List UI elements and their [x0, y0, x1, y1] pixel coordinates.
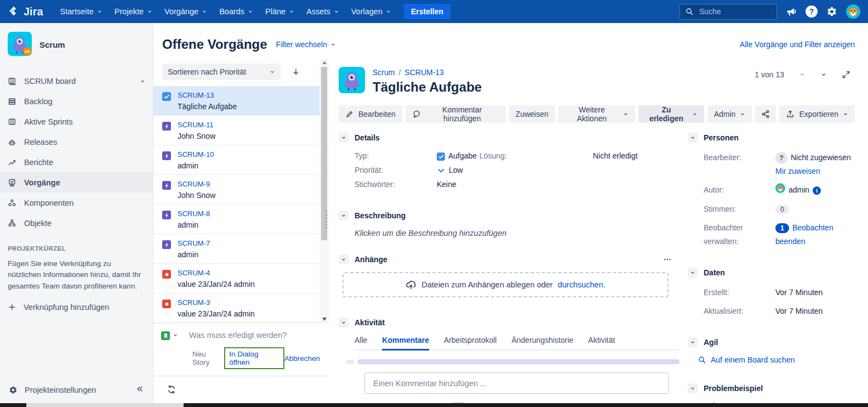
project-avatar: <>	[8, 32, 32, 58]
description-placeholder[interactable]: Klicken um die Beschreibung hinzuzufügen	[355, 229, 679, 238]
share-button[interactable]	[755, 105, 776, 123]
navbar-right: ?	[679, 4, 860, 20]
chevron-down-icon	[270, 69, 275, 75]
open-in-dialog-link[interactable]: In Dialog öffnen	[229, 350, 258, 366]
sidebar-item-komponenten[interactable]: Komponenten	[0, 193, 153, 213]
tab-alle[interactable]: Alle	[355, 336, 367, 349]
collapse-description-icon[interactable]	[339, 211, 349, 221]
feedback-megaphone-icon[interactable]	[786, 6, 797, 17]
window-bottom-edge	[0, 403, 868, 407]
breadcrumb-issue-link[interactable]: SCRUM-13	[404, 68, 444, 77]
issue-row-scrum-13[interactable]: SCRUM-13 Tägliche Aufgabe	[153, 86, 319, 116]
collapse-activity-icon[interactable]	[339, 318, 349, 327]
project-header[interactable]: <> Scrum	[0, 23, 153, 71]
collapse-people-icon[interactable]	[688, 133, 698, 143]
issue-row-scrum-9[interactable]: SCRUM-9 John Snow	[153, 175, 319, 205]
scrollbar-up-arrow[interactable]	[322, 61, 327, 64]
user-avatar[interactable]	[846, 4, 860, 19]
attachment-dropzone[interactable]: Dateien zum Anhängen ablegen oder durchs…	[342, 272, 669, 297]
assign-to-me-link[interactable]: Mir zuweisen	[775, 167, 820, 176]
collapse-details-icon[interactable]	[339, 133, 349, 143]
add-shortcut-link[interactable]: Verknüpfung hinzufügen	[8, 303, 145, 312]
help-icon[interactable]: ?	[806, 5, 818, 18]
expand-fullscreen-icon[interactable]	[842, 70, 850, 79]
scrollbar-down-arrow[interactable]	[322, 318, 327, 321]
watchers-row: Beobachter verwalten: 1Beobachten beende…	[704, 221, 855, 248]
cancel-link[interactable]: Abbrechen	[284, 354, 320, 363]
sidebar-item-vorgaenge[interactable]: Vorgänge	[0, 172, 153, 193]
search-input[interactable]	[698, 7, 764, 16]
nav-item-plaene[interactable]: Pläne	[259, 0, 300, 23]
collapse-example-icon[interactable]	[688, 383, 698, 393]
browse-files-link[interactable]: durchsuchen.	[558, 280, 606, 289]
alien-project-avatar	[339, 67, 365, 93]
collapse-dates-icon[interactable]	[688, 268, 698, 278]
breadcrumb-project-link[interactable]: Scrum	[373, 68, 395, 77]
sidebar-item-aktive-sprints[interactable]: Aktive Sprints	[0, 111, 153, 132]
people-section: Personen Bearbeiter: ?Nicht zugewiesen M…	[688, 133, 855, 248]
panel-resize-handle[interactable]	[326, 211, 327, 229]
comment-input[interactable]	[372, 378, 661, 388]
export-button[interactable]: Exportieren	[779, 105, 855, 123]
sidebar-item-berichte[interactable]: Berichte	[0, 152, 153, 172]
collapse-agile-icon[interactable]	[688, 337, 698, 347]
nav-item-projekte[interactable]: Projekte	[108, 0, 158, 23]
attachments-more-icon[interactable]	[663, 255, 672, 264]
collapse-sidebar-icon[interactable]	[135, 385, 144, 395]
weitere-aktionen-button[interactable]: Weitere Aktionen	[558, 105, 636, 123]
sidebar-item-objekte[interactable]: Objekte	[0, 213, 153, 233]
sidebar-item-releases[interactable]: Releases	[0, 132, 153, 152]
nav-item-vorgaenge[interactable]: Vorgänge	[158, 0, 213, 23]
issue-row-scrum-10[interactable]: SCRUM-10 admin	[153, 145, 319, 175]
tab-kommentare[interactable]: Kommentare	[382, 336, 429, 351]
tab-arbeitsprotokoll[interactable]: Arbeitsprotokoll	[444, 336, 497, 349]
info-icon[interactable]: i	[813, 186, 821, 195]
sidebar-item-scrum-board[interactable]: SCRUM board	[0, 71, 153, 91]
jira-logo[interactable]: Jira	[8, 5, 43, 18]
admin-button[interactable]: Admin	[707, 105, 752, 123]
refresh-icon[interactable]	[167, 385, 176, 394]
issue-list-panel: Sortieren nach Priorität SCRUM-13 Täglic…	[153, 59, 329, 403]
list-toolbar: Sortieren nach Priorität	[153, 59, 319, 86]
view-on-board-link[interactable]: Auf einem Board suchen	[698, 355, 855, 364]
story-icon	[161, 331, 170, 340]
issue-type-selector[interactable]	[161, 330, 178, 340]
nav-item-startseite[interactable]: Startseite	[54, 0, 108, 23]
switch-filter-link[interactable]: Filter wechseln	[276, 40, 336, 49]
nav-item-vorlagen[interactable]: Vorlagen	[345, 0, 397, 23]
global-search[interactable]	[679, 4, 777, 20]
votes-row: Stimmen: 0	[704, 202, 855, 216]
details-section-heading: Details	[339, 133, 679, 143]
summary-input[interactable]: Was muss erledigt werden?	[189, 331, 287, 340]
dog-avatar	[846, 4, 860, 19]
previous-issue-icon[interactable]	[799, 71, 806, 78]
sort-direction-button[interactable]	[292, 67, 300, 76]
collapse-attachments-icon[interactable]	[339, 255, 349, 264]
issue-row-scrum-4[interactable]: SCRUM-4 value 23/Jan/24 admin	[153, 264, 319, 293]
settings-gear-icon[interactable]	[826, 6, 837, 17]
comment-input-box[interactable]	[364, 372, 669, 394]
next-issue-icon[interactable]	[820, 71, 827, 78]
nav-item-boards[interactable]: Boards	[213, 0, 259, 23]
tab-aenderungshistorie[interactable]: Änderungshistorie	[511, 336, 573, 349]
issue-row-scrum-3[interactable]: SCRUM-3 value 23/Jan/24 admin	[153, 293, 319, 323]
project-settings-button[interactable]: Projekteinstellungen	[9, 386, 96, 394]
issue-row-scrum-8[interactable]: SCRUM-8 admin	[153, 205, 319, 234]
kommentar-hinzufuegen-button[interactable]: Kommentar hinzufügen	[406, 105, 506, 123]
issue-header: Scrum / SCRUM-13 Tägliche Aufgabe 1 von …	[339, 67, 855, 95]
issue-row-scrum-11[interactable]: SCRUM-11 John Snow	[153, 116, 319, 145]
dog-avatar	[775, 183, 785, 193]
create-button[interactable]: Erstellen	[404, 4, 450, 19]
tab-aktivitaet[interactable]: Aktivität	[588, 336, 615, 349]
author-row: Autor: admini	[704, 183, 855, 197]
all-issues-filters-link[interactable]: Alle Vorgänge und Filter anzeigen	[740, 40, 855, 49]
issue-row-scrum-7[interactable]: SCRUM-7 admin	[153, 234, 319, 264]
sort-dropdown[interactable]: Sortieren nach Priorität	[162, 64, 281, 80]
sidebar-item-backlog[interactable]: Backlog	[0, 91, 153, 111]
bearbeiten-button[interactable]: Bearbeiten	[339, 105, 402, 123]
new-type-label: Neu Story	[192, 350, 224, 366]
zuweisen-button[interactable]: Zuweisen	[509, 105, 555, 123]
page-title: Offene Vorgänge	[162, 37, 267, 52]
nav-item-assets[interactable]: Assets	[300, 0, 345, 23]
zu-erledigen-button[interactable]: Zu erledigen	[638, 105, 704, 123]
